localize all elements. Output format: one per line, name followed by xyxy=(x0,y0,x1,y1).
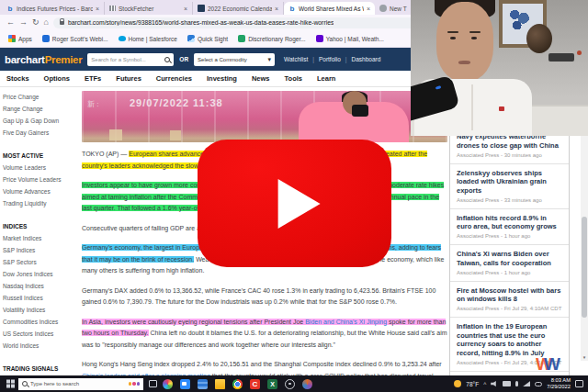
sidebar-item[interactable]: US Sectors Indices xyxy=(3,328,78,340)
file-explorer-icon[interactable] xyxy=(215,379,225,389)
reload-button[interactable] xyxy=(32,18,40,27)
news-item[interactable]: Zelenskyy observes ships loaded with Ukr… xyxy=(450,164,569,209)
nav-item-investing[interactable]: Investing xyxy=(207,74,237,83)
nav-item-currencies[interactable]: Currencies xyxy=(156,74,192,83)
network-icon[interactable] xyxy=(523,381,530,386)
nav-item-learn[interactable]: Learn xyxy=(317,74,335,83)
nav-item-etfs[interactable]: ETFs xyxy=(85,74,101,83)
sidebar-item[interactable]: Dow Jones Indices xyxy=(3,268,78,280)
article-text: In Asia, investors were cautiously eyein… xyxy=(82,319,305,325)
presenter-face xyxy=(436,2,493,81)
forward-button[interactable] xyxy=(19,18,28,27)
scrollbar-down-arrow[interactable] xyxy=(581,353,588,361)
task-view-icon[interactable] xyxy=(149,380,157,387)
page-scrollbar[interactable] xyxy=(581,134,588,361)
taskbar-search-input[interactable]: Type here to search xyxy=(18,378,143,390)
article-paragraph: Hong Kong's Hang Seng index dropped 2.4%… xyxy=(82,359,447,377)
sidebar-item[interactable]: S&P Sectors xyxy=(3,256,78,268)
temperature-label[interactable]: 78°F xyxy=(466,381,479,387)
notification-center-icon[interactable] xyxy=(575,380,583,387)
tab-close-icon[interactable] xyxy=(184,6,187,12)
tab-close-icon[interactable] xyxy=(275,6,278,12)
bookmark-item[interactable]: Quick Sight xyxy=(187,35,228,42)
weather-icon[interactable] xyxy=(454,380,461,387)
nav-item-options[interactable]: Options xyxy=(44,74,70,83)
tab-close-icon[interactable] xyxy=(96,6,99,12)
sidebar-item[interactable]: Russell Indices xyxy=(3,292,78,304)
browser-tab[interactable]: bIndices Futures Prices - Barch xyxy=(2,2,105,15)
news-title[interactable]: Zelenskyy observes ships loaded with Ukr… xyxy=(457,169,562,196)
header-link-watchlist[interactable]: Watchlist xyxy=(284,56,308,62)
nav-item-stocks[interactable]: Stocks xyxy=(6,74,29,83)
taskbar-clock[interactable]: 8:03 AM 7/29/2022 xyxy=(547,377,571,390)
zoom-icon[interactable] xyxy=(180,379,190,389)
chrome-icon[interactable] xyxy=(232,379,243,389)
hidden-icons-chevron[interactable]: ^ xyxy=(483,381,486,387)
news-item[interactable]: Fire at Moscow hostel with bars on windo… xyxy=(450,282,569,319)
bookmark-item[interactable]: Yahoo | Mail, Weath... xyxy=(316,35,384,42)
link-icon[interactable] xyxy=(535,382,542,386)
article-link[interactable]: Biden and China's Xi Jinping xyxy=(305,319,387,325)
news-title[interactable]: Fire at Moscow hostel with bars on windo… xyxy=(457,286,562,304)
sidebar-item[interactable]: Volume Leaders xyxy=(3,162,78,174)
tab-title: Indices Futures Prices - Barch xyxy=(17,6,93,12)
system-tray: 78°F ^ 8:03 AM 7/29/2022 xyxy=(454,377,585,390)
sidebar-item[interactable]: Volatility Indices xyxy=(3,304,78,316)
browser-sphere-icon[interactable] xyxy=(302,379,312,389)
news-title[interactable]: China's Xi warns Biden over Taiwan, call… xyxy=(457,250,562,267)
scrollbar-thumb[interactable] xyxy=(582,217,587,318)
sidebar-item[interactable]: World Indices xyxy=(3,340,78,352)
presenter-eye xyxy=(471,37,477,39)
hero-image: 新 : 29/07/2022 11:38 xyxy=(82,91,447,142)
sidebar-item[interactable]: Range Change xyxy=(3,103,78,115)
nav-item-tools[interactable]: Tools xyxy=(285,74,302,83)
blue-doc-icon[interactable] xyxy=(198,379,208,389)
browser-tab[interactable]: bWorld Shares Mixed As Wo... xyxy=(284,2,375,15)
shirt-logo xyxy=(499,106,504,111)
play-button[interactable] xyxy=(198,140,391,267)
tab-close-icon[interactable] xyxy=(367,6,370,12)
sidebar-item[interactable]: Market Indices xyxy=(3,232,78,244)
sidebar-item[interactable]: Commodities Indices xyxy=(3,316,78,328)
keyboard-icon[interactable] xyxy=(503,381,511,386)
browser-tab[interactable]: StockFetcher xyxy=(105,2,193,15)
news-item[interactable]: China's Xi warns Biden over Taiwan, call… xyxy=(450,245,569,282)
volume-icon[interactable] xyxy=(491,381,498,386)
sidebar-item[interactable]: Trading Liquidity xyxy=(3,197,78,209)
camtasia-icon[interactable] xyxy=(250,379,260,389)
excel-icon[interactable] xyxy=(267,379,277,389)
sidebar-item[interactable]: Price Volume Leaders xyxy=(3,174,78,185)
url-text: barchart.com/story/news/9388165/world-sh… xyxy=(68,19,334,26)
bookmark-item[interactable]: Roger Scott's Webi... xyxy=(42,35,108,42)
back-button[interactable] xyxy=(6,18,15,27)
sidebar-item[interactable]: Gap Up & Gap Down xyxy=(3,115,78,127)
barchart-logo[interactable]: barchartPremier xyxy=(5,54,82,65)
news-title[interactable]: Inflation in the 19 European countries t… xyxy=(457,322,562,357)
symbol-search-input[interactable]: Search for a Symbol... xyxy=(87,53,174,66)
nav-item-futures[interactable]: Futures xyxy=(116,74,141,83)
microphone-tray-icon[interactable] xyxy=(515,381,518,386)
tab-title: StockFetcher xyxy=(119,6,181,12)
barchart-favicon: b xyxy=(288,5,296,12)
tab-title: 2022 Economic Calendar xyxy=(208,6,272,12)
bookmark-item[interactable]: Discretionary Roger... xyxy=(238,35,306,42)
windows-start-icon[interactable] xyxy=(6,380,10,384)
sidebar-item[interactable]: S&P Indices xyxy=(3,244,78,256)
commodity-select[interactable]: Select a Commodity xyxy=(194,53,275,66)
nav-item-news[interactable]: News xyxy=(252,74,270,83)
sidebar-item[interactable]: Five Day Gainers xyxy=(3,127,78,139)
header-link-dashboard[interactable]: Dashboard xyxy=(352,56,381,62)
pinwheel-app-icon[interactable] xyxy=(163,379,173,389)
news-title[interactable]: Inflation hits record 8.9% in euro area,… xyxy=(457,214,562,231)
settings-icon[interactable] xyxy=(285,379,295,389)
presenter-eye xyxy=(450,37,456,39)
home-button[interactable] xyxy=(44,18,49,27)
header-link-portfolio[interactable]: Portfolio xyxy=(319,56,341,62)
sidebar-item[interactable]: Volume Advances xyxy=(3,185,78,197)
bookmark-item[interactable]: Apps xyxy=(8,35,32,42)
news-item[interactable]: Inflation hits record 8.9% in euro area,… xyxy=(450,209,569,246)
sidebar-item[interactable]: Nasdaq Indices xyxy=(3,280,78,292)
browser-tab[interactable]: 2022 Economic Calendar xyxy=(193,2,284,15)
sidebar-item[interactable]: Price Change xyxy=(3,91,78,103)
bookmark-item[interactable]: Home | Salesforce xyxy=(119,36,177,42)
